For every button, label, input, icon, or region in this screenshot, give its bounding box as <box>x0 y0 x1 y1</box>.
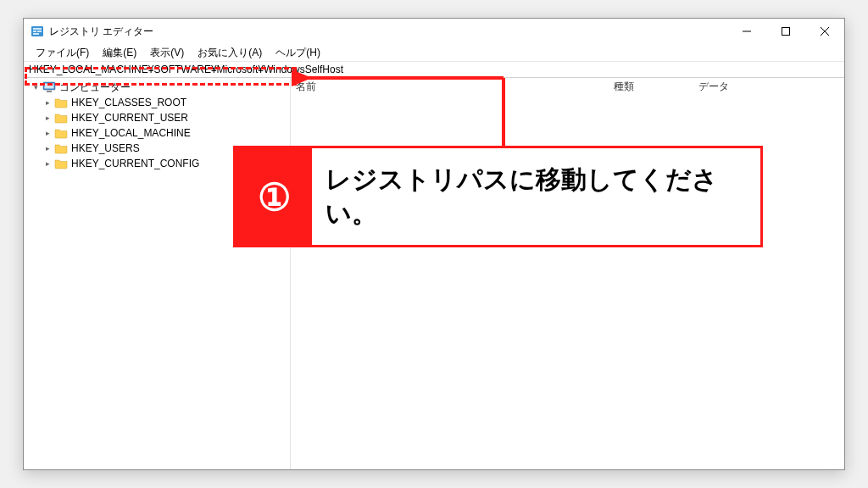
svg-rect-10 <box>45 84 54 89</box>
tree-item[interactable]: ▸ HKEY_CLASSES_ROOT <box>42 95 290 110</box>
computer-icon <box>42 81 56 93</box>
annotation-text: レジストリパスに移動してください。 <box>312 148 760 245</box>
column-header-name[interactable]: 名前 <box>291 80 609 94</box>
svg-rect-11 <box>47 91 52 92</box>
tree-item-label: HKEY_CLASSES_ROOT <box>71 97 186 108</box>
minimize-button[interactable] <box>727 19 766 44</box>
values-pane: 名前 種類 データ <box>291 78 844 469</box>
svg-rect-6 <box>782 28 790 36</box>
tree-item[interactable]: ▸ HKEY_LOCAL_MACHINE <box>42 125 290 141</box>
close-button[interactable] <box>805 19 844 44</box>
tree-item-label: HKEY_USERS <box>71 142 140 154</box>
tree-item[interactable]: ▸ HKEY_CURRENT_USER <box>42 110 290 125</box>
menu-file[interactable]: ファイル(F) <box>29 44 96 62</box>
window-controls <box>727 19 844 44</box>
column-headers: 名前 種類 データ <box>291 78 844 96</box>
window-title: レジストリ エディター <box>49 25 153 39</box>
folder-icon <box>54 112 68 124</box>
chevron-down-icon[interactable]: ▾ <box>31 83 41 92</box>
content-area: ▾ コンピューター ▸ <box>24 78 844 469</box>
tree-root-label: コンピューター <box>59 80 131 95</box>
menu-favorites[interactable]: お気に入り(A) <box>191 44 269 62</box>
tree-pane[interactable]: ▾ コンピューター ▸ <box>24 78 291 469</box>
menu-edit[interactable]: 編集(E) <box>96 44 143 62</box>
chevron-right-icon[interactable]: ▸ <box>42 144 53 152</box>
annotation-callout: ① レジストリパスに移動してください。 <box>233 146 763 247</box>
chevron-right-icon[interactable]: ▸ <box>42 98 53 107</box>
svg-rect-4 <box>33 33 39 35</box>
svg-rect-3 <box>37 30 42 32</box>
tree-item-label: HKEY_LOCAL_MACHINE <box>71 127 191 139</box>
column-header-type[interactable]: 種類 <box>609 80 693 94</box>
tree-root-computer[interactable]: ▾ コンピューター <box>24 80 290 95</box>
folder-icon <box>54 127 68 139</box>
address-bar <box>24 61 844 78</box>
chevron-right-icon[interactable]: ▸ <box>42 114 53 122</box>
folder-icon <box>54 158 68 169</box>
folder-icon <box>54 142 68 154</box>
svg-rect-1 <box>33 28 42 30</box>
menu-help[interactable]: ヘルプ(H) <box>269 44 327 62</box>
svg-rect-2 <box>33 30 36 32</box>
app-icon <box>31 25 44 38</box>
maximize-button[interactable] <box>766 19 805 44</box>
folder-icon <box>54 97 68 108</box>
address-input[interactable] <box>24 62 844 77</box>
chevron-right-icon[interactable]: ▸ <box>42 129 53 137</box>
menubar: ファイル(F) 編集(E) 表示(V) お気に入り(A) ヘルプ(H) <box>24 44 844 61</box>
chevron-right-icon[interactable]: ▸ <box>42 159 53 168</box>
annotation-step-badge: ① <box>236 148 312 245</box>
menu-view[interactable]: 表示(V) <box>143 44 191 62</box>
titlebar: レジストリ エディター <box>24 19 844 44</box>
tree-item-label: HKEY_CURRENT_CONFIG <box>71 158 199 169</box>
tree-item-label: HKEY_CURRENT_USER <box>71 112 188 124</box>
column-header-data[interactable]: データ <box>693 80 844 94</box>
